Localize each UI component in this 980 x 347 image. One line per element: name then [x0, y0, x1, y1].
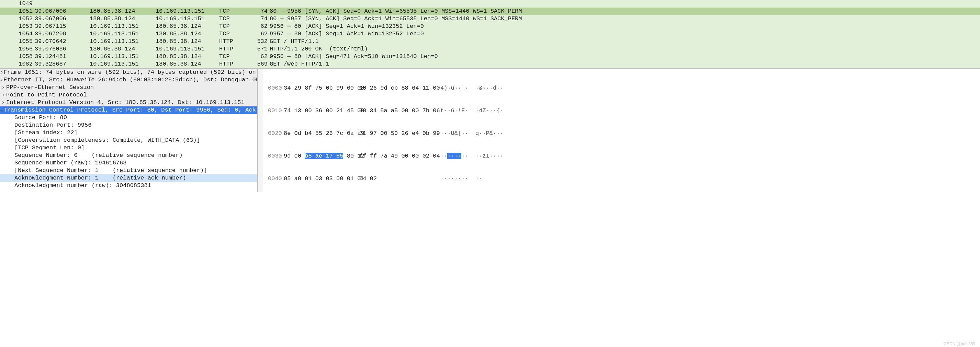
tree-frame[interactable]: ›Frame 1051: 74 bytes on wire (592 bits)… — [0, 69, 257, 76]
hex-row[interactable]: 0000 34 29 8f 75 0b 99 60 08 10 26 9d cb… — [263, 84, 980, 92]
hex-ascii: ········ ··zI···· — [435, 152, 980, 160]
col-time — [35, 0, 90, 8]
col-time: 39.067006 — [35, 8, 90, 15]
packet-row-selected[interactable]: 1051 39.067006 180.85.38.124 10.169.113.… — [0, 8, 980, 15]
packet-row[interactable]: 1055 39.070642 10.169.113.151 180.85.38.… — [0, 38, 980, 45]
tcp-nextseq[interactable]: [Next Sequence Number: 1 (relative seque… — [0, 167, 257, 174]
tcp-dstport[interactable]: Destination Port: 9956 — [0, 122, 257, 129]
col-src: 180.85.38.124 — [90, 8, 156, 15]
hex-row[interactable]: 0010 74 13 00 36 00 21 45 00 00 34 5a a5… — [263, 107, 980, 115]
packet-row[interactable]: 1082 39.328687 10.169.113.151 180.85.38.… — [0, 60, 980, 68]
tree-ppp[interactable]: ›Point-to-Point Protocol — [0, 91, 257, 99]
col-no: 1051 — [2, 8, 35, 15]
tcp-stream[interactable]: [Stream index: 22] — [0, 129, 257, 136]
col-no: 1049 — [2, 0, 35, 8]
hex-highlight: b5 ae 17 85 — [305, 153, 343, 159]
tcp-srcport[interactable]: Source Port: 80 — [0, 114, 257, 122]
tcp-conv[interactable]: [Conversation completeness: Complete, WI… — [0, 136, 257, 144]
tree-pppoe-session[interactable]: ›PPP-over-Ethernet Session — [0, 84, 257, 91]
hex-ascii: 4)·u··`· ·&···d·· — [435, 84, 980, 92]
packet-row[interactable]: 1058 39.124481 10.169.113.151 180.85.38.… — [0, 53, 980, 60]
hex-row[interactable]: 0020 8e 0d b4 55 26 7c 0a a9 71 97 00 50… — [263, 130, 980, 137]
hex-row[interactable]: 0040 05 a0 01 03 03 00 01 01 04 02 ·····… — [263, 175, 980, 182]
col-len: 74 — [251, 8, 270, 15]
tree-tcp[interactable]: ⌄Transmission Control Protocol, Src Port… — [0, 106, 257, 114]
tree-ip[interactable]: ›Internet Protocol Version 4, Src: 180.8… — [0, 99, 257, 106]
hex-dump[interactable]: 0000 34 29 8f 75 0b 99 60 08 10 26 9d cb… — [263, 69, 980, 192]
ascii-highlight: ···· — [447, 153, 461, 159]
expand-icon[interactable]: › — [0, 91, 6, 99]
hex-offset: 0000 — [263, 84, 284, 92]
col-dst — [156, 0, 219, 8]
col-prot: TCP — [219, 8, 251, 15]
packet-list[interactable]: 1049 1051 39.067006 180.85.38.124 10.169… — [0, 0, 980, 69]
hex-bytes-1: 34 29 8f 75 0b 99 60 08 — [284, 84, 359, 92]
expand-icon[interactable]: › — [0, 69, 3, 76]
packet-row[interactable]: 1052 39.067006 180.85.38.124 10.169.113.… — [0, 15, 980, 23]
expand-icon[interactable]: › — [0, 84, 6, 91]
hex-row[interactable]: 0030 9d c0 b5 ae 17 85 80 12 ff ff 7a 49… — [263, 152, 980, 160]
hex-bytes-2: 10 26 9d cb 88 64 11 00 — [359, 84, 435, 92]
tcp-ack[interactable]: Acknowledgment Number: 1 (relative ack n… — [0, 174, 257, 182]
col-info: 80 → 9956 [SYN, ACK] Seq=0 Ack=1 Win=655… — [270, 8, 980, 15]
tcp-ack-raw[interactable]: Acknowledgment number (raw): 3048085381 — [0, 182, 257, 189]
packet-details[interactable]: ›Frame 1051: 74 bytes on wire (592 bits)… — [0, 69, 258, 192]
col-dst: 10.169.113.151 — [156, 8, 219, 15]
col-len — [251, 0, 270, 8]
tcp-seq-raw[interactable]: Sequence Number (raw): 194616768 — [0, 159, 257, 167]
tcp-seq[interactable]: Sequence Number: 0 (relative sequence nu… — [0, 152, 257, 159]
details-scrollbar[interactable] — [258, 69, 263, 192]
packet-row[interactable]: 1054 39.067208 10.169.113.151 180.85.38.… — [0, 30, 980, 38]
col-info — [270, 0, 980, 8]
tcp-seglen[interactable]: [TCP Segment Len: 0] — [0, 144, 257, 152]
packet-row[interactable]: 1053 39.067115 10.169.113.151 180.85.38.… — [0, 23, 980, 30]
collapse-icon[interactable]: ⌄ — [0, 106, 3, 114]
packet-row[interactable]: 1056 39.076086 180.85.38.124 10.169.113.… — [0, 45, 980, 53]
hex-bytes-1: 9d c0 b5 ae 17 85 80 12 — [284, 152, 359, 160]
col-src — [90, 0, 156, 8]
col-prot — [219, 0, 251, 8]
packet-row[interactable]: 1049 — [0, 0, 980, 8]
expand-icon[interactable]: › — [0, 99, 6, 106]
lower-panes: ›Frame 1051: 74 bytes on wire (592 bits)… — [0, 69, 980, 192]
tree-ethernet[interactable]: ›Ethernet II, Src: HuaweiTe_26:9d:cb (60… — [0, 76, 257, 84]
expand-icon[interactable]: › — [0, 76, 3, 84]
